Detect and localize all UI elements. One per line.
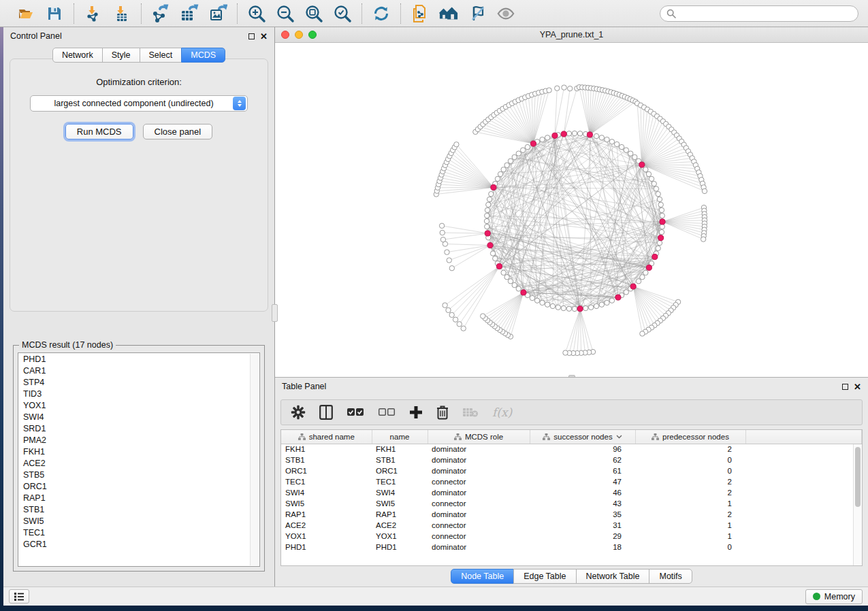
table-row[interactable]: YOX1YOX1connector291 (281, 531, 862, 542)
network-window-title: YPA_prune.txt_1 (275, 30, 868, 39)
tab-network-table[interactable]: Network Table (576, 569, 650, 584)
panel-divider-grip[interactable] (272, 304, 278, 322)
optimization-criterion-dropdown[interactable]: largest connected component (undirected) (30, 95, 248, 112)
float-table-panel-icon[interactable] (842, 384, 848, 390)
table-row[interactable]: RAP1RAP1dominator352 (281, 509, 862, 520)
mcds-result-item[interactable]: TEC1 (18, 527, 259, 538)
mcds-result-title: MCDS result (17 nodes) (19, 340, 116, 350)
memory-status-icon (813, 593, 820, 600)
table-row[interactable]: PHD1PHD1dominator180 (281, 542, 862, 552)
table-options-icon[interactable] (291, 405, 306, 420)
table-row[interactable]: TEC1TEC1connector472 (281, 476, 862, 487)
search-icon (666, 9, 676, 18)
workspace: Control Panel ✕ NetworkStyleSelectMCDS O… (3, 27, 868, 587)
mcds-result-item[interactable]: ACE2 (18, 457, 259, 469)
column-header-name[interactable]: name (372, 430, 428, 444)
network-window-titlebar: YPA_prune.txt_1 (275, 27, 868, 43)
save-session-icon[interactable] (45, 4, 64, 23)
table-tabs: Node TableEdge TableNetwork TableMotifs (451, 569, 692, 584)
mcds-result-item[interactable]: GCR1 (18, 538, 259, 550)
float-panel-icon[interactable] (248, 33, 255, 39)
column-header-predecessor-nodes[interactable]: predecessor nodes (635, 430, 745, 444)
mcds-result-item[interactable]: STB1 (18, 503, 259, 515)
export-image-icon[interactable] (208, 4, 227, 23)
zoom-fit-icon[interactable] (304, 4, 323, 23)
clear-all-checks-icon[interactable] (378, 408, 396, 417)
show-all-nodes-icon[interactable] (439, 4, 458, 23)
table-row[interactable]: ACE2ACE2connector311 (281, 520, 862, 531)
right-column: YPA_prune.txt_1 Table Panel ✕ (275, 27, 868, 587)
column-header-successor-nodes[interactable]: successor nodes (530, 430, 635, 444)
tab-network[interactable]: Network (52, 48, 103, 63)
delete-columns-icon[interactable] (436, 405, 449, 420)
status-bar: Memory (3, 587, 868, 606)
zoom-out-icon[interactable] (276, 4, 295, 23)
export-network-icon[interactable] (151, 4, 170, 23)
table-panel: Table Panel ✕ (275, 378, 868, 587)
table-row[interactable]: ORC1ORC1dominator610 (281, 465, 862, 476)
network-view[interactable] (275, 43, 868, 377)
search-input[interactable] (680, 9, 852, 18)
tab-mcds[interactable]: MCDS (181, 48, 225, 63)
close-panel-button[interactable]: Close panel (143, 124, 213, 139)
network-window: YPA_prune.txt_1 (275, 27, 868, 378)
column-header-shared-name[interactable]: shared name (281, 430, 372, 444)
mcds-result-item[interactable]: ORC1 (18, 480, 259, 492)
table-toolbar: f(x) (280, 399, 863, 425)
show-columns-icon[interactable] (319, 405, 333, 420)
zoom-in-icon[interactable] (247, 4, 266, 23)
mcds-result-list[interactable]: PHD1CAR1STP4TID3YOX1SWI4SRD1PMA2FKH1ACE2… (18, 352, 260, 567)
memory-button[interactable]: Memory (805, 589, 863, 604)
task-history-button[interactable] (9, 589, 29, 604)
mcds-result-item[interactable]: CAR1 (18, 365, 259, 376)
tab-select[interactable]: Select (140, 48, 182, 63)
show-hidden-icon[interactable] (496, 4, 515, 23)
table-scrollbar-thumb[interactable] (855, 447, 861, 507)
mcds-result-item[interactable]: SWI5 (18, 515, 259, 527)
close-panel-icon[interactable]: ✕ (260, 32, 268, 41)
mcds-result-item[interactable]: TID3 (18, 388, 259, 399)
sort-desc-icon (616, 435, 622, 439)
hide-selected-icon[interactable] (468, 4, 487, 23)
table-row[interactable]: SWI4SWI4dominator462 (281, 487, 862, 498)
table-row[interactable]: FKH1FKH1dominator962 (281, 444, 862, 455)
mcds-result-item[interactable]: FKH1 (18, 446, 259, 457)
network-nodes[interactable] (434, 84, 707, 355)
mcds-list-scrollbar[interactable] (250, 354, 259, 565)
import-network-icon[interactable] (84, 4, 103, 23)
memory-button-label: Memory (824, 592, 855, 601)
table-row[interactable]: STB1STB1dominator620 (281, 455, 862, 465)
open-file-icon[interactable] (16, 4, 35, 23)
mcds-result-item[interactable]: STB5 (18, 469, 259, 480)
import-table-icon[interactable] (112, 4, 131, 23)
network-canvas-svg[interactable] (275, 43, 867, 377)
tab-edge-table[interactable]: Edge Table (513, 569, 576, 584)
tab-node-table[interactable]: Node Table (451, 569, 514, 584)
run-mcds-button[interactable]: Run MCDS (65, 124, 133, 139)
column-header-MCDS-role[interactable]: MCDS role (428, 430, 530, 444)
apply-layout-icon[interactable] (372, 4, 391, 23)
duplicate-network-icon[interactable] (411, 4, 430, 23)
tab-motifs[interactable]: Motifs (649, 569, 692, 584)
zoom-selected-icon[interactable] (333, 4, 352, 23)
mcds-result-item[interactable]: RAP1 (18, 492, 259, 503)
tab-style[interactable]: Style (102, 48, 140, 63)
mcds-result-item[interactable]: YOX1 (18, 399, 259, 411)
close-table-panel-icon[interactable]: ✕ (854, 382, 861, 391)
create-column-icon[interactable] (409, 406, 423, 419)
table-row[interactable]: SWI5SWI5connector431 (281, 498, 862, 509)
column-header-filler (745, 430, 862, 444)
table-scrollbar[interactable] (853, 444, 862, 565)
mcds-result-item[interactable]: SRD1 (18, 423, 259, 434)
select-all-checks-icon[interactable] (347, 408, 364, 417)
column-type-icon (298, 433, 306, 440)
mcds-result-item[interactable]: STP4 (18, 376, 259, 388)
function-builder-icon[interactable]: f(x) (492, 406, 512, 419)
mcds-result-item[interactable]: SWI4 (18, 411, 259, 423)
clear-table-icon[interactable] (462, 407, 479, 418)
mcds-result-item[interactable]: PHD1 (18, 353, 259, 365)
control-panel: Control Panel ✕ NetworkStyleSelectMCDS O… (3, 27, 275, 587)
export-table-icon[interactable] (180, 4, 199, 23)
mcds-result-item[interactable]: PMA2 (18, 434, 259, 446)
canvas-divider-grip[interactable] (568, 375, 575, 377)
